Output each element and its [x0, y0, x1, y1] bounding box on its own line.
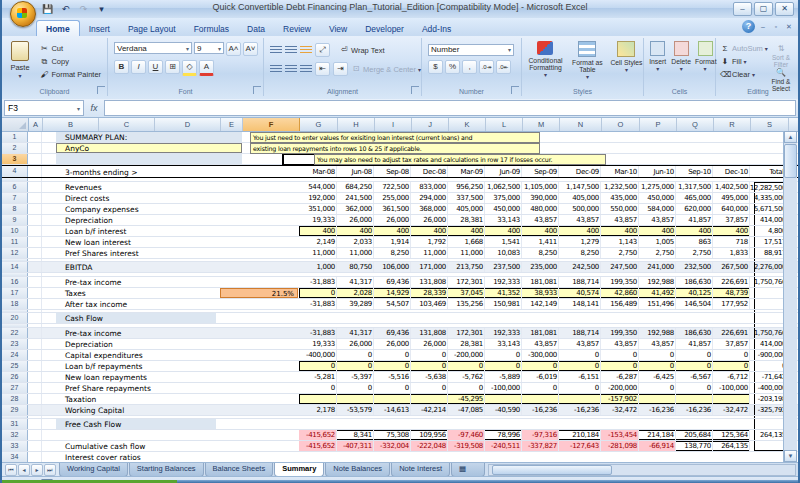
font-color-icon[interactable]: A — [199, 60, 214, 76]
ribbon-tab-view[interactable]: View — [320, 21, 356, 36]
cell[interactable]: 241,500 — [337, 193, 374, 203]
cell[interactable]: -5,397 — [337, 372, 374, 382]
row-header-6[interactable]: 6 — [2, 182, 28, 192]
cell[interactable]: 450,000 — [485, 204, 522, 214]
cell[interactable]: 0 — [299, 288, 337, 298]
vertical-scrollbar[interactable]: ▲ ▼ — [783, 131, 797, 462]
next-sheet-icon[interactable]: ▸ — [31, 464, 43, 476]
cell[interactable]: -5,762 — [448, 372, 485, 382]
cell[interactable]: 0 — [337, 350, 374, 360]
ribbon-tab-formulas[interactable]: Formulas — [185, 21, 238, 36]
cell[interactable]: 19,333 — [299, 215, 337, 225]
cell[interactable]: 41,857 — [676, 215, 713, 225]
cell[interactable] — [485, 394, 522, 404]
cell-A21[interactable] — [28, 324, 42, 327]
cell[interactable]: 0 — [676, 383, 713, 393]
column-header-G[interactable]: G — [300, 118, 338, 131]
borders-icon[interactable]: ⊞ — [165, 60, 180, 74]
cell[interactable]: 237,500 — [485, 262, 522, 272]
cell[interactable]: 131,808 — [411, 328, 448, 338]
cell[interactable]: 226,691 — [713, 277, 750, 287]
cell[interactable]: 172,301 — [448, 277, 485, 287]
row-header-7[interactable]: 7 — [2, 193, 28, 203]
orientation-icon[interactable]: ⤢ — [315, 43, 330, 57]
cell[interactable]: 0 — [639, 361, 676, 371]
cell[interactable]: 2,149 — [299, 237, 337, 247]
row-label-8[interactable]: Company expenses — [42, 204, 299, 214]
cell[interactable]: 171,000 — [411, 262, 448, 272]
column-header-A[interactable]: A — [29, 118, 43, 131]
copy-button[interactable]: ⧉Copy — [39, 55, 101, 68]
insert-function-icon[interactable]: fx — [86, 101, 102, 115]
row-label-24[interactable]: Capital expenditures — [42, 350, 299, 360]
cell[interactable]: Dec-09 — [559, 166, 601, 177]
column-header-J[interactable]: J — [412, 118, 449, 131]
cell[interactable]: 199,350 — [601, 277, 639, 287]
ribbon-tab-review[interactable]: Review — [274, 21, 320, 36]
formula-input[interactable] — [104, 100, 796, 116]
cell[interactable]: 0 — [639, 383, 676, 393]
cell[interactable]: 0 — [522, 383, 559, 393]
cell[interactable]: 148,141 — [559, 299, 601, 309]
cell[interactable]: 1,792 — [411, 237, 448, 247]
cell[interactable]: 400 — [299, 226, 337, 236]
cell[interactable]: 38,933 — [522, 288, 559, 298]
cell[interactable]: 0 — [676, 361, 713, 371]
row-header-13[interactable] — [2, 259, 28, 262]
cell[interactable]: 450,000 — [639, 193, 676, 203]
cell[interactable] — [299, 394, 337, 404]
row-header-22[interactable]: 22 — [2, 328, 28, 338]
last-sheet-icon[interactable]: ⏭ — [44, 464, 56, 476]
row-header-30[interactable] — [2, 416, 28, 419]
cell[interactable]: 722,500 — [374, 182, 411, 192]
cell[interactable]: 10,083 — [485, 248, 522, 258]
shrink-font-icon[interactable]: A˅ — [243, 42, 258, 56]
cell[interactable]: 48,739 — [713, 288, 750, 298]
cell[interactable]: 0 — [713, 350, 750, 360]
cell[interactable]: 33,143 — [485, 339, 522, 349]
cell[interactable]: Jun-09 — [485, 166, 522, 177]
cell[interactable]: 0 — [601, 350, 639, 360]
cell[interactable]: 267,500 — [713, 262, 750, 272]
cell[interactable]: 8,250 — [374, 248, 411, 258]
cell[interactable]: 400 — [411, 226, 448, 236]
cell-A7[interactable] — [28, 193, 42, 203]
cell-A11[interactable] — [28, 237, 42, 247]
cell[interactable]: -6,712 — [713, 372, 750, 382]
cell[interactable]: 1,668 — [448, 237, 485, 247]
cell[interactable]: -6,151 — [559, 372, 601, 382]
cell[interactable]: Mar-08 — [299, 166, 337, 177]
cell[interactable]: -32,472 — [713, 405, 750, 415]
row-header-1[interactable]: 1 — [2, 132, 28, 142]
font-dialog-launcher[interactable] — [253, 86, 261, 94]
cell[interactable]: 41,857 — [676, 339, 713, 349]
cell[interactable]: 368,000 — [411, 204, 448, 214]
cell[interactable]: 106,000 — [374, 262, 411, 272]
row-label-21[interactable] — [42, 324, 299, 327]
cell[interactable]: 11,000 — [337, 248, 374, 258]
ribbon-tab-home[interactable]: Home — [36, 20, 80, 36]
cell[interactable] — [337, 394, 374, 404]
cell[interactable]: 242,500 — [559, 262, 601, 272]
cell[interactable]: 362,000 — [337, 204, 374, 214]
note-line-1[interactable]: You just need to enter values for exisit… — [250, 132, 540, 143]
cell[interactable]: 26,000 — [374, 339, 411, 349]
cell[interactable]: 75,308 — [374, 430, 411, 440]
cell[interactable]: -100,000 — [485, 383, 522, 393]
cell[interactable]: 186,630 — [676, 277, 713, 287]
cell[interactable]: 8,341 — [337, 430, 374, 440]
cell[interactable]: 0 — [559, 383, 601, 393]
minimize-button[interactable]: – — [733, 2, 752, 16]
cell-A2[interactable] — [28, 143, 42, 153]
column-header-I[interactable]: I — [375, 118, 412, 131]
column-header-K[interactable]: K — [449, 118, 486, 131]
cell-A18[interactable] — [28, 299, 42, 309]
cell-A13[interactable] — [28, 259, 42, 262]
office-button[interactable] — [10, 1, 36, 27]
row-header-8[interactable]: 8 — [2, 204, 28, 214]
row-label-12[interactable]: Pref Shares interest — [42, 248, 299, 258]
alignment-dialog-launcher[interactable] — [411, 86, 419, 94]
delete-cells-button[interactable]: Delete▾ — [671, 41, 691, 72]
row-header-20[interactable]: 20 — [2, 313, 28, 323]
align-top-icon[interactable] — [270, 46, 282, 55]
